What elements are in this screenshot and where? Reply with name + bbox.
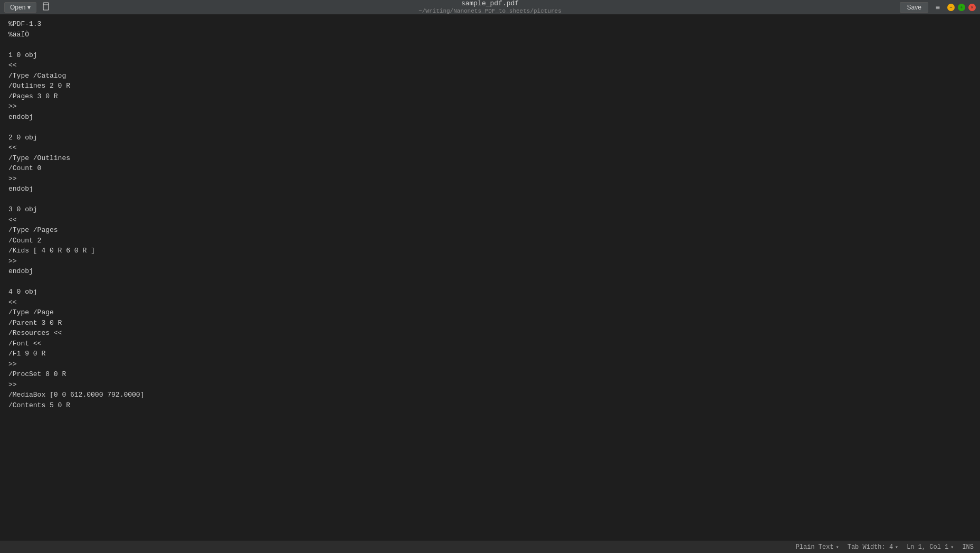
hamburger-menu-button[interactable]: ≡ (933, 2, 943, 13)
plain-text-label: Plain Text (796, 543, 834, 551)
insert-mode-indicator[interactable]: INS (962, 543, 974, 551)
tab-width-selector[interactable]: Tab Width: 4 ▾ (848, 543, 898, 551)
ins-label: INS (962, 543, 974, 551)
open-label: Open (10, 4, 25, 11)
title-bar-left: Open ▾ (4, 1, 53, 13)
editor-content[interactable]: %PDF-1.3 %âãÏÒ 1 0 obj << /Type /Catalog… (8, 19, 972, 536)
status-bar: Plain Text ▾ Tab Width: 4 ▾ Ln 1, Col 1 … (0, 540, 980, 553)
position-label: Ln 1, Col 1 (907, 543, 948, 551)
title-filename: sample_pdf.pdf (418, 0, 562, 8)
cursor-position[interactable]: Ln 1, Col 1 ▾ (907, 543, 954, 551)
tab-width-label: Tab Width: 4 (848, 543, 893, 551)
plain-text-dropdown-icon: ▾ (836, 544, 839, 550)
window-controls: − + × (947, 4, 976, 11)
position-dropdown-icon: ▾ (950, 544, 954, 550)
title-bar-right: Save ≡ − + × (900, 2, 976, 13)
title-path: ~/Writing/Nanonets_PDF_to_sheets/picture… (418, 8, 562, 15)
close-button[interactable]: × (968, 4, 976, 11)
bookmark-icon (42, 2, 50, 11)
open-chevron-icon: ▾ (27, 4, 31, 11)
open-button[interactable]: Open ▾ (4, 2, 36, 13)
bookmark-icon-button[interactable] (39, 1, 53, 13)
title-bar: Open ▾ sample_pdf.pdf ~/Writing/Nanonets… (0, 0, 980, 15)
maximize-button[interactable]: + (958, 4, 965, 11)
title-center: sample_pdf.pdf ~/Writing/Nanonets_PDF_to… (418, 0, 562, 15)
editor-container[interactable]: %PDF-1.3 %âãÏÒ 1 0 obj << /Type /Catalog… (0, 15, 980, 540)
tab-width-dropdown-icon: ▾ (895, 544, 898, 550)
save-button[interactable]: Save (900, 2, 928, 13)
svg-rect-0 (43, 3, 49, 10)
plain-text-selector[interactable]: Plain Text ▾ (796, 543, 839, 551)
minimize-button[interactable]: − (947, 4, 955, 11)
